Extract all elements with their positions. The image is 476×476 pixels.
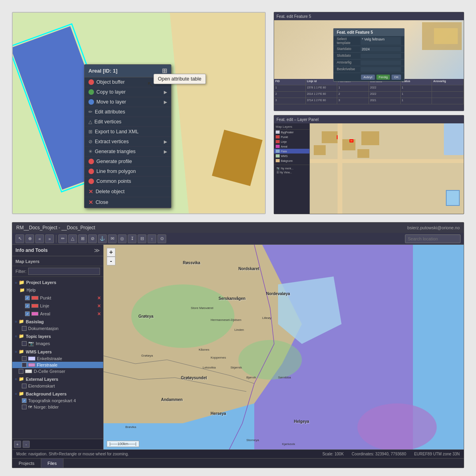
filter-label: Filter:: [15, 269, 27, 274]
bilder-checkbox[interactable]: [22, 405, 27, 409]
sidebar-collapse-button[interactable]: ≫: [94, 247, 100, 253]
layer-name: WMS: [281, 155, 288, 157]
menu-item-line-from-polygon[interactable]: Line from polygon: [84, 167, 171, 177]
menu-item-close[interactable]: ✕ Close: [84, 197, 171, 208]
search-input[interactable]: [405, 234, 461, 243]
gis-application: RM__Docs_Project - __Docs_Project bsierz…: [12, 222, 464, 468]
punkt-delete-btn[interactable]: ×: [98, 295, 101, 301]
linje-delete-btn[interactable]: ×: [98, 303, 101, 309]
layer-item-enkeltstraale[interactable]: Enkeltstraale: [12, 355, 103, 362]
zoom-in-button[interactable]: +: [107, 248, 115, 257]
map-canvas[interactable]: + - |: [104, 245, 464, 449]
topic-layers-header[interactable]: ○ 📁 Topic layers: [12, 332, 103, 340]
toolbar-download-tool[interactable]: ↧: [128, 234, 136, 243]
map-label-leksviika: Leksviika: [203, 366, 216, 369]
ok-button[interactable]: OK: [392, 75, 401, 80]
layer-group-project-header[interactable]: ○ 📁 Project Layers: [12, 278, 103, 286]
toolbar-print-tool[interactable]: ⊞: [78, 234, 87, 243]
toolbar-pin-tool[interactable]: ⊘: [88, 234, 97, 243]
toolbar-mail-tool[interactable]: ✉: [108, 234, 117, 243]
menu-item-generate-profile[interactable]: Generate profile: [84, 157, 171, 167]
map-label-bjoervik: Bjørvik: [246, 376, 256, 379]
menu-item-export-land-xml[interactable]: ⊞ Export to Land XML: [84, 127, 171, 137]
app-statusbar: Mode: navigation. Shift+Rectangle or mou…: [12, 449, 464, 458]
menu-item-copy-to-layer[interactable]: Copy to layer ▶: [84, 87, 171, 97]
tab-files[interactable]: Files: [41, 459, 63, 468]
tab-projects[interactable]: Projects: [12, 459, 41, 468]
wms-layers-header[interactable]: ○ 📁 WMS Layers: [12, 348, 103, 355]
delete-icon: ✕: [88, 188, 93, 195]
triangle-icon: ✳: [88, 149, 92, 154]
layer-item-bilder[interactable]: 🗺 Norge: bilder: [12, 404, 103, 410]
dcelle-checkbox[interactable]: [19, 369, 23, 374]
layer-subgroup-hjelp[interactable]: 📁 Hjelp: [17, 286, 103, 294]
menu-item-delete-object[interactable]: ✕ Delete object: [84, 186, 171, 197]
filter-input[interactable]: [28, 268, 100, 275]
layer-item-dcelle[interactable]: D-Celle Grenser: [12, 368, 103, 374]
map-label-kjoerkevik: Kjørkevik: [282, 442, 295, 446]
layer-swatch: [276, 135, 280, 138]
toolbar-triangle-tool[interactable]: △: [68, 234, 77, 243]
external-layers-header[interactable]: ○ 📁 External Layers: [12, 375, 103, 383]
panel2-layer-item: Punkt: [274, 134, 309, 139]
layer-item-punkt[interactable]: Punkt ×: [17, 294, 103, 302]
zoom-out-button[interactable]: -: [107, 257, 115, 265]
cell-fid-3: 3: [274, 98, 306, 104]
building-5: [357, 149, 369, 158]
enkelt-checkbox[interactable]: [22, 356, 27, 361]
layer-item-images[interactable]: 📷 Images: [12, 340, 103, 347]
areal-delete-btn[interactable]: ×: [98, 311, 101, 317]
toolbar-prev-tool[interactable]: «: [35, 234, 44, 243]
fler-name: Flerstraale: [37, 363, 101, 367]
layer-item-eiendomskart[interactable]: Eiendomskart: [12, 383, 103, 389]
eiendom-checkbox[interactable]: [22, 384, 27, 388]
areal-checkbox[interactable]: [25, 311, 30, 316]
menu-item-edit-vertices[interactable]: △ Edit vertices: [84, 117, 171, 127]
menu-label-extract-vertices: Extract vertices: [95, 139, 129, 144]
toolbar-upload-tool[interactable]: ↑: [148, 234, 156, 243]
images-checkbox[interactable]: [22, 341, 27, 346]
map-road-h: [310, 159, 464, 163]
toolbar-info-tool[interactable]: ⊙: [157, 234, 166, 243]
chevron-right-icon-3: ▶: [164, 139, 167, 144]
sidebar-minus-btn[interactable]: -: [23, 441, 30, 448]
layer-item-dokumentasjon[interactable]: Dokumentasjon: [12, 325, 103, 332]
toolbar-anchor-tool[interactable]: ⚓: [98, 234, 107, 243]
extract-icon: ⊘: [88, 139, 92, 144]
layer-item-linje[interactable]: Linje ×: [17, 302, 103, 310]
menu-item-extract-vertices[interactable]: ⊘ Extract vertices ▶: [84, 137, 171, 147]
projection-display: EUREF89 UTM zone 33N: [414, 452, 460, 456]
toolbar-next-tool[interactable]: »: [45, 234, 54, 243]
cell-ansvarlig-3: [432, 98, 464, 104]
punkt-checkbox[interactable]: [25, 296, 30, 300]
toolbar-arrow-tool[interactable]: ↖: [15, 234, 24, 243]
layer-item-topo[interactable]: Topografisk norgeskart 4: [12, 397, 103, 404]
linje-name: Linje: [40, 303, 95, 308]
toolbar-minus-tool[interactable]: ⊟: [138, 234, 146, 243]
topo-checkbox[interactable]: [22, 398, 27, 403]
cancel-button[interactable]: Avbryt: [361, 75, 375, 80]
doku-checkbox[interactable]: [22, 326, 27, 331]
menu-item-common-points[interactable]: Common points: [84, 177, 171, 186]
menu-item-generate-triangles[interactable]: ✳ Generate triangles ▶: [84, 147, 171, 157]
layer-item-areal[interactable]: Areal ×: [17, 310, 103, 318]
cell-startdato-2: 2022: [369, 92, 401, 98]
toolbar-zoom-in-tool[interactable]: ⊕: [25, 234, 34, 243]
toolbar-eye-tool[interactable]: ◎: [118, 234, 127, 243]
punkt-swatch: [31, 296, 38, 300]
menu-item-move-to-layer[interactable]: Move to layer ▶: [84, 97, 171, 107]
done-button[interactable]: Ferdig: [376, 75, 390, 80]
bg-icon: 📁: [19, 391, 24, 396]
background-layers-header[interactable]: ○ 📁 Background Layers: [12, 390, 103, 397]
linje-checkbox[interactable]: [25, 303, 30, 308]
layer-item-flerstraale[interactable]: Flerstraale: [12, 362, 103, 368]
fler-checkbox[interactable]: [22, 363, 27, 367]
layer-name: Punkt: [281, 136, 288, 138]
toolbar-edit-tool[interactable]: ✏: [58, 234, 67, 243]
sidebar-title: Info and Tools: [15, 248, 48, 253]
basislag-header[interactable]: ○ 📁 Basislag: [12, 318, 103, 325]
wms-icon: 📁: [19, 349, 24, 354]
sidebar-add-btn[interactable]: +: [14, 441, 21, 448]
menu-item-edit-attributes[interactable]: ✏ Edit attributes: [84, 107, 171, 117]
basislag-icon: 📁: [19, 319, 24, 324]
